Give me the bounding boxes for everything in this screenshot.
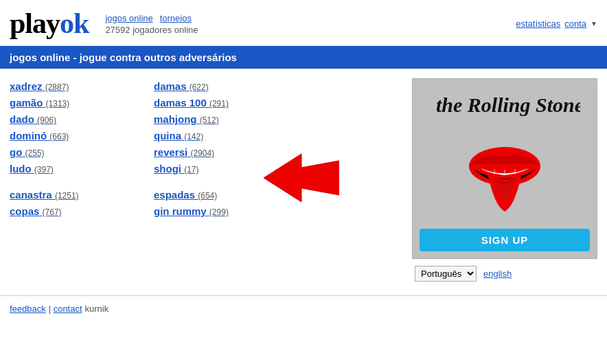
contact-link[interactable]: contact [54, 304, 82, 314]
rs-text-logo: the Rolling Stones [429, 87, 580, 122]
feedback-link[interactable]: feedback [10, 304, 46, 314]
estatisticas-link[interactable]: estatísticas [516, 19, 560, 29]
game-link-gamao[interactable]: gamão (1313) [10, 95, 133, 111]
footer: feedback | contact kurnik [0, 295, 607, 321]
header-right: estatísticas conta ▼ [516, 19, 597, 29]
svg-text:the Rolling Stones: the Rolling Stones [436, 93, 580, 116]
game-link-domino[interactable]: dominó (663) [10, 128, 133, 144]
game-group-1a: xadrez (2887) gamão (1313) dado (906) do… [10, 78, 133, 177]
player-count: 27592 jogadores online [105, 25, 198, 35]
logo-play: play [10, 8, 60, 39]
page-banner: jogos online - jogue contra outros adver… [0, 46, 607, 69]
game-link-go[interactable]: go (255) [10, 144, 133, 161]
logo-ok: ok [60, 8, 89, 39]
right-section: the Rolling Stones [412, 78, 597, 282]
rs-tongue-logo [460, 130, 549, 222]
game-link-espadas[interactable]: espadas (654) [154, 187, 277, 203]
game-link-reversi[interactable]: reversi (2904) [154, 144, 277, 161]
top-nav-links: jogos online torneios [105, 12, 198, 23]
conta-link[interactable]: conta [564, 19, 586, 29]
game-group-2a: damas (622) damas 100 (291) mahjong (512… [154, 78, 277, 177]
game-column-1: xadrez (2887) gamão (1313) dado (906) do… [10, 78, 133, 282]
game-link-ludo[interactable]: ludo (397) [10, 161, 133, 177]
language-dropdown[interactable]: Português English Español [415, 266, 477, 282]
game-link-copas[interactable]: copas (767) [10, 203, 133, 220]
game-column-2: damas (622) damas 100 (291) mahjong (512… [154, 78, 277, 282]
main-content: xadrez (2887) gamão (1313) dado (906) do… [0, 69, 607, 288]
kurnik-label: kurnik [84, 304, 108, 314]
game-link-canastra[interactable]: canastra (1251) [10, 187, 133, 203]
torneios-link[interactable]: torneios [160, 13, 192, 23]
language-selector: Português English Español english [415, 266, 512, 282]
english-link[interactable]: english [483, 269, 512, 279]
logo[interactable]: playok [10, 7, 89, 40]
game-link-xadrez[interactable]: xadrez (2887) [10, 78, 133, 95]
footer-separator-1: | [49, 304, 54, 314]
game-group-2b: espadas (654) gin rummy (299) [154, 187, 277, 220]
ad-box: the Rolling Stones [412, 78, 597, 259]
game-lists: xadrez (2887) gamão (1313) dado (906) do… [10, 78, 398, 282]
game-group-1b: canastra (1251) copas (767) [10, 187, 133, 220]
header: playok jogos online torneios 27592 jogad… [0, 0, 607, 46]
game-link-damas100[interactable]: damas 100 (291) [154, 95, 277, 111]
game-link-damas[interactable]: damas (622) [154, 78, 277, 95]
jogos-online-link[interactable]: jogos online [105, 13, 152, 23]
game-link-mahjong[interactable]: mahjong (512) [154, 111, 277, 128]
game-link-ginrummy[interactable]: gin rummy (299) [154, 203, 277, 220]
header-nav: jogos online torneios 27592 jogadores on… [105, 12, 198, 35]
game-link-shogi[interactable]: shogi (17) [154, 161, 277, 177]
game-link-quina[interactable]: quina (142) [154, 128, 277, 144]
signup-button[interactable]: SIGN UP [420, 229, 590, 251]
banner-text: jogos online - jogue contra outros adver… [10, 52, 237, 63]
conta-dropdown-icon[interactable]: ▼ [591, 20, 597, 27]
game-link-dado[interactable]: dado (906) [10, 111, 133, 128]
